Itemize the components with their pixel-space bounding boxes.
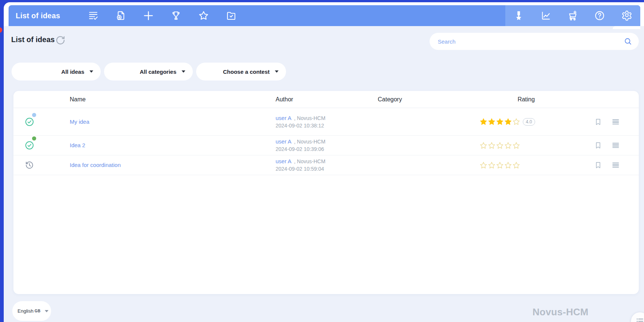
settings-active-tab-indicator (613, 26, 640, 29)
trophy-icon[interactable] (170, 10, 182, 21)
filter-choose-contest[interactable]: Choose a contest (196, 63, 286, 80)
settings-icon[interactable] (621, 10, 632, 21)
column-header-category: Category (368, 96, 472, 103)
chevron-down-icon (182, 70, 185, 73)
row-menu-icon[interactable] (612, 141, 620, 149)
chart-icon[interactable] (540, 10, 552, 21)
ideas-table: Name Author Category Rating My idea user… (13, 91, 639, 294)
language-selector[interactable]: English GB (12, 301, 51, 321)
star-filled-icon[interactable] (488, 118, 496, 126)
star-filled-icon[interactable] (504, 118, 512, 126)
author-link[interactable]: user A (276, 114, 292, 122)
row-menu-icon[interactable] (612, 161, 620, 169)
table-row: Idea for coordination user A , Novus-HCM… (13, 155, 639, 175)
filter-all-ideas-label: All ideas (61, 69, 84, 75)
filter-all-categories-label: All categories (140, 69, 176, 75)
star-filled-icon[interactable] (480, 118, 487, 126)
star-empty-icon[interactable] (504, 142, 512, 149)
app-title: List of ideas (9, 12, 88, 20)
brand-logo: Novus-HCM (533, 306, 588, 318)
author-cell: user A , Novus-HCM 2024-09-02 10:39:06 (260, 138, 368, 153)
author-cell: user A , Novus-HCM 2024-09-02 10:59:04 (260, 158, 368, 173)
column-header-name: Name (56, 96, 260, 103)
name-cell: Idea 2 (56, 142, 260, 149)
star-empty-icon[interactable] (496, 161, 504, 169)
chevron-down-icon (89, 70, 93, 73)
bookmark-icon[interactable] (594, 161, 602, 169)
search-input[interactable] (430, 38, 623, 45)
row-menu-icon[interactable] (612, 118, 620, 126)
language-label: English (18, 308, 34, 314)
name-cell: My idea (56, 119, 260, 125)
author-link[interactable]: user A (276, 138, 292, 145)
star-empty-icon[interactable] (480, 142, 487, 149)
help-icon[interactable] (594, 10, 605, 21)
list-icon (635, 317, 644, 322)
bookmark-icon[interactable] (594, 118, 602, 126)
star-empty-icon[interactable] (488, 161, 496, 169)
idea-datetime: 2024-09-02 10:38:12 (276, 122, 368, 129)
app-window: List of ideas (4, 2, 644, 322)
medal-icon[interactable] (513, 10, 524, 21)
star-icon[interactable] (198, 10, 209, 21)
star-empty-icon[interactable] (488, 142, 496, 149)
table-header-row: Name Author Category Rating (13, 91, 639, 108)
status-dot (32, 113, 36, 117)
column-header-author: Author (260, 96, 368, 103)
author-org: , Novus-HCM (294, 158, 326, 165)
folder-check-icon[interactable] (226, 10, 237, 21)
search-bar (430, 33, 639, 50)
status-cell (13, 155, 56, 175)
status-cell (13, 136, 56, 155)
status-approved-icon (25, 117, 34, 127)
rating-cell (472, 161, 580, 169)
bookmark-icon[interactable] (594, 141, 602, 149)
page-title: List of ideas (11, 35, 55, 44)
star-empty-icon[interactable] (512, 142, 520, 149)
idea-name-link[interactable]: Idea for coordination (70, 162, 121, 168)
rating-cell: 4.0 (472, 118, 580, 126)
rating-stars (480, 118, 520, 126)
table-row: My idea user A , Novus-HCM 2024-09-02 10… (13, 108, 639, 136)
idea-name-link[interactable]: My idea (70, 119, 89, 125)
top-bar-right-section (505, 5, 640, 26)
status-cell (13, 108, 56, 135)
notification-dot (0, 27, 2, 33)
star-empty-icon[interactable] (480, 161, 487, 169)
actions-cell (580, 118, 639, 126)
filter-all-ideas[interactable]: All ideas (12, 63, 101, 80)
name-cell: Idea for coordination (56, 162, 260, 168)
language-region: GB (35, 309, 41, 313)
actions-cell (580, 141, 639, 149)
chevron-down-icon (275, 70, 279, 73)
star-filled-icon[interactable] (496, 118, 504, 126)
rating-value-badge: 4.0 (523, 118, 535, 126)
status-pending-icon (25, 160, 34, 170)
refresh-icon[interactable] (55, 35, 66, 45)
status-dot (32, 136, 36, 141)
chevron-down-icon (45, 310, 48, 312)
idea-datetime: 2024-09-02 10:39:06 (276, 145, 368, 153)
star-empty-icon[interactable] (512, 118, 520, 126)
idea-name-link[interactable]: Idea 2 (70, 142, 85, 148)
star-empty-icon[interactable] (512, 161, 520, 169)
filter-all-categories[interactable]: All categories (104, 63, 193, 80)
star-empty-icon[interactable] (504, 161, 512, 169)
filter-choose-contest-label: Choose a contest (223, 69, 270, 75)
actions-cell (580, 161, 639, 169)
star-empty-icon[interactable] (496, 142, 504, 149)
rating-stars (480, 161, 520, 169)
table-row: Idea 2 user A , Novus-HCM 2024-09-02 10:… (13, 136, 639, 155)
list-check-icon[interactable] (88, 10, 99, 21)
author-cell: user A , Novus-HCM 2024-09-02 10:38:12 (260, 114, 368, 129)
author-org: , Novus-HCM (294, 138, 326, 145)
cart-plus-icon[interactable] (567, 10, 578, 21)
file-add-icon[interactable] (115, 10, 126, 21)
search-icon[interactable] (623, 37, 632, 46)
author-link[interactable]: user A (276, 158, 292, 165)
filter-bar: All ideas All categories Choose a contes… (12, 63, 286, 80)
rating-cell (472, 142, 580, 149)
plus-icon[interactable] (143, 10, 154, 21)
column-header-rating: Rating (472, 96, 580, 103)
table-body: My idea user A , Novus-HCM 2024-09-02 10… (13, 108, 639, 175)
